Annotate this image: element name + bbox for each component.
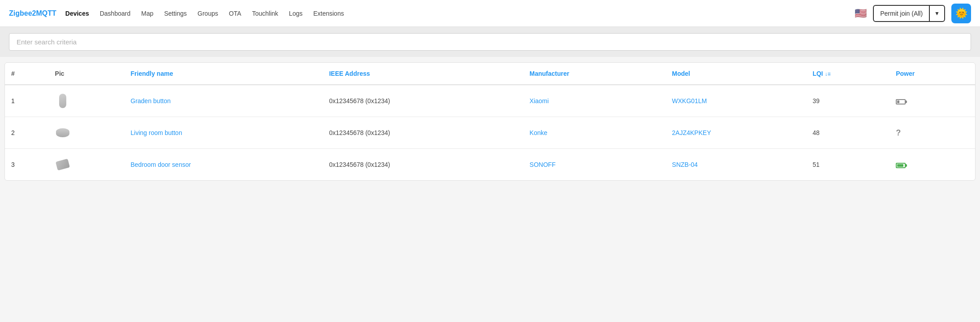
row-1-model[interactable]: WXKG01LM <box>666 85 806 117</box>
row-1-manufacturer[interactable]: Xiaomi <box>523 85 666 117</box>
col-header-power: Power <box>890 63 975 85</box>
nav-map[interactable]: Map <box>137 7 158 20</box>
sun-icon: 🌞 <box>955 8 967 19</box>
row-1-friendly-name[interactable]: Graden button <box>125 85 323 117</box>
nav-devices[interactable]: Devices <box>61 7 94 20</box>
theme-toggle-button[interactable]: 🌞 <box>951 4 971 23</box>
table-row: 3 Bedroom door sensor 0x12345678 (0x1234… <box>5 149 975 181</box>
nav-logs[interactable]: Logs <box>284 7 307 20</box>
lqi-sort-icon: ↓≡ <box>825 71 830 77</box>
table-row: 1 Graden button 0x12345678 (0x1234) Xiao… <box>5 85 975 117</box>
permit-join-button[interactable]: Permit join (All) ▼ <box>873 5 945 22</box>
nav-ota[interactable]: OTA <box>224 7 246 20</box>
row-3-ieee: 0x12345678 (0x1234) <box>323 149 524 181</box>
battery-fill-full <box>897 164 903 167</box>
row-2-model[interactable]: 2AJZ4KPKEY <box>666 117 806 149</box>
row-1-lqi: 39 <box>806 85 890 117</box>
devices-table: # Pic Friendly name IEEE Address Manufac… <box>5 63 975 180</box>
row-1-ieee: 0x12345678 (0x1234) <box>323 85 524 117</box>
row-3-model[interactable]: SNZB-04 <box>666 149 806 181</box>
battery-body <box>896 99 906 104</box>
sensor-icon <box>55 159 69 171</box>
col-header-lqi[interactable]: LQI ↓≡ <box>806 63 890 85</box>
row-2-lqi: 48 <box>806 117 890 149</box>
col-header-friendly-name[interactable]: Friendly name <box>125 63 323 85</box>
nav-dashboard[interactable]: Dashboard <box>95 7 135 20</box>
row-1-num: 1 <box>5 85 49 117</box>
col-header-pic: Pic <box>49 63 125 85</box>
device-icon-graden <box>55 93 70 109</box>
row-3-power <box>890 149 975 181</box>
language-flag[interactable]: 🇺🇸 <box>853 6 868 21</box>
nav-extensions[interactable]: Extensions <box>309 7 348 20</box>
row-3-friendly-name[interactable]: Bedroom door sensor <box>125 149 323 181</box>
row-1-pic <box>49 85 125 117</box>
row-2-ieee: 0x12345678 (0x1234) <box>323 117 524 149</box>
row-1-power <box>890 85 975 117</box>
power-unknown-icon: ? <box>896 128 901 137</box>
col-header-ieee-address[interactable]: IEEE Address <box>323 63 524 85</box>
row-2-power: ? <box>890 117 975 149</box>
row-3-lqi: 51 <box>806 149 890 181</box>
row-2-num: 2 <box>5 117 49 149</box>
device-icon-bedroom <box>55 157 70 172</box>
row-2-manufacturer[interactable]: Konke <box>523 117 666 149</box>
col-header-manufacturer[interactable]: Manufacturer <box>523 63 666 85</box>
search-bar-section <box>0 27 980 57</box>
devices-table-wrap: # Pic Friendly name IEEE Address Manufac… <box>4 62 976 181</box>
col-header-num: # <box>5 63 49 85</box>
navbar: Zigbee2MQTT Devices Dashboard Map Settin… <box>0 0 980 27</box>
battery-icon-full-green <box>896 163 906 168</box>
permit-join-label: Permit join (All) <box>874 10 929 17</box>
search-input[interactable] <box>9 33 971 51</box>
nav-settings[interactable]: Settings <box>159 7 191 20</box>
nav-touchlink[interactable]: Touchlink <box>248 7 283 20</box>
row-3-num: 3 <box>5 149 49 181</box>
nav-groups[interactable]: Groups <box>193 7 223 20</box>
row-2-friendly-name[interactable]: Living room button <box>125 117 323 149</box>
battery-icon-low <box>896 99 906 104</box>
row-3-pic <box>49 149 125 181</box>
row-3-manufacturer[interactable]: SONOFF <box>523 149 666 181</box>
battery-body-green <box>896 163 906 168</box>
table-row: 2 Living room button 0x12345678 (0x1234)… <box>5 117 975 149</box>
device-icon-living <box>55 125 70 140</box>
col-header-model[interactable]: Model <box>666 63 806 85</box>
row-2-pic <box>49 117 125 149</box>
puck-icon <box>56 128 69 137</box>
brand-link[interactable]: Zigbee2MQTT <box>9 9 56 17</box>
table-header-row: # Pic Friendly name IEEE Address Manufac… <box>5 63 975 85</box>
permit-join-caret[interactable]: ▼ <box>929 6 944 21</box>
pill-icon <box>59 94 66 108</box>
battery-fill <box>897 100 899 103</box>
